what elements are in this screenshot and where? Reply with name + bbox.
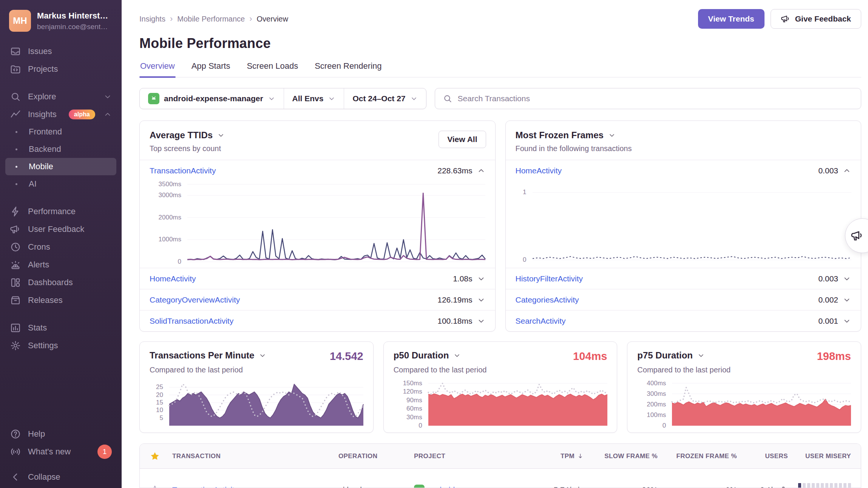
search-icon — [10, 91, 21, 102]
search-icon — [443, 94, 453, 103]
sidebar-item-dashboards[interactable]: Dashboards — [5, 273, 116, 291]
sidebar-item-stats[interactable]: Stats — [5, 319, 116, 337]
sidebar-item-what-s-new[interactable]: What's new1 — [5, 443, 116, 460]
axis-tick-label: 1 — [516, 188, 527, 196]
activity-row[interactable]: HistoryFilterActivity0.003 — [506, 268, 861, 289]
chevron-down-icon[interactable] — [843, 275, 851, 283]
frozen-expanded-row[interactable]: HomeActivity 0.003 — [506, 160, 861, 181]
transaction-link[interactable]: SearchActivity — [516, 317, 566, 326]
tpm-chart: 252015105 — [150, 380, 363, 429]
chevron-up-icon[interactable] — [477, 167, 485, 175]
transaction-link[interactable]: HistoryFilterActivity — [516, 274, 583, 283]
p75-value: 198ms — [817, 350, 851, 363]
project-filter[interactable]: android-expense-manager — [140, 88, 284, 109]
activity-row[interactable]: CategoriesActivity0.002 — [506, 289, 861, 310]
column-header-project[interactable]: PROJECT — [414, 452, 445, 460]
date-range-filter[interactable]: Oct 24–Oct 27 — [344, 88, 426, 109]
chevron-down-icon[interactable] — [217, 131, 225, 139]
sidebar-item-performance[interactable]: Performance — [5, 202, 116, 220]
chevron-down-icon[interactable] — [477, 296, 485, 304]
transaction-link[interactable]: CategoryOverviewActivity — [150, 295, 240, 304]
transaction-link[interactable]: SolidTransactionActivity — [150, 317, 233, 326]
axis-tick-label: 0 — [637, 422, 666, 429]
search-transactions-input[interactable] — [458, 94, 853, 103]
sidebar-item-ai[interactable]: AI — [5, 175, 116, 193]
transaction-link[interactable]: HomeActivity — [150, 274, 196, 283]
user-menu[interactable]: MH Markus Hinterst… benjamin.coe@sent… — [9, 10, 113, 32]
transaction-link[interactable]: HomeActivity — [516, 166, 562, 175]
p50-chart: 150ms120ms90ms60ms30ms0 — [394, 380, 607, 429]
most-frozen-frames-title: Most Frozen Frames — [516, 130, 604, 141]
table-header-row: TRANSACTIONOPERATIONPROJECTTPMSLOW FRAME… — [140, 444, 861, 469]
sidebar-item-user-feedback[interactable]: User Feedback — [5, 220, 116, 238]
chevron-down-icon[interactable] — [608, 131, 616, 139]
ttid-expanded-row[interactable]: TransactionActivity 228.63ms — [140, 160, 495, 181]
slow-frame-value: 20% — [642, 485, 658, 488]
axis-tick-label: 10 — [150, 406, 163, 414]
chevron-down-icon[interactable] — [259, 352, 266, 359]
activity-row[interactable]: SolidTransactionActivity100.18ms — [140, 310, 495, 331]
sidebar-item-alerts[interactable]: Alerts — [5, 256, 116, 273]
tab-overview[interactable]: Overview — [139, 61, 176, 77]
chevron-down-icon[interactable] — [453, 352, 461, 359]
sidebar: MH Markus Hinterst… benjamin.coe@sent… I… — [0, 0, 122, 488]
transaction-link[interactable]: CategoriesActivity — [516, 295, 579, 304]
star-toggle-icon[interactable] — [150, 485, 160, 488]
sidebar-item-explore[interactable]: Explore — [5, 88, 116, 105]
chevron-down-icon[interactable] — [477, 317, 485, 325]
chevron-down-icon[interactable] — [697, 352, 705, 359]
chevron-up-icon[interactable] — [843, 167, 851, 175]
page-title: Mobile Performance — [139, 36, 861, 51]
sidebar-item-issues[interactable]: Issues — [5, 42, 116, 60]
transaction-link[interactable]: TransactionActivity — [172, 485, 238, 488]
sidebar-item-crons[interactable]: Crons — [5, 238, 116, 256]
column-header-frozen-frame-[interactable]: FROZEN FRAME % — [676, 452, 737, 460]
sidebar-item-backend[interactable]: Backend — [5, 141, 116, 158]
activity-row[interactable]: SearchActivity0.001 — [506, 310, 861, 331]
chevron-down-icon[interactable] — [843, 296, 851, 304]
tab-screen-loads[interactable]: Screen Loads — [246, 61, 299, 77]
activity-row[interactable]: HomeActivity1.08s — [140, 268, 495, 289]
chevron-down-icon[interactable] — [477, 275, 485, 283]
average-ttids-subtitle: Top screens by count — [150, 144, 485, 153]
chevron-down-icon — [268, 95, 275, 102]
sidebar-item-insights[interactable]: Insightsalpha — [5, 105, 116, 123]
person-icon — [779, 485, 788, 488]
breadcrumb-insights[interactable]: Insights — [139, 15, 165, 23]
view-all-button[interactable]: View All — [439, 131, 486, 148]
sidebar-item-frontend[interactable]: Frontend — [5, 123, 116, 141]
sidebar-item-releases[interactable]: Releases — [5, 291, 116, 309]
sort-descending-icon[interactable] — [577, 452, 584, 460]
tpm-value: 14.542 — [330, 350, 363, 363]
sidebar-item-mobile[interactable]: Mobile — [5, 158, 116, 175]
help-icon — [10, 428, 21, 440]
p50-title: p50 Duration — [394, 350, 449, 361]
column-header-users[interactable]: USERS — [765, 452, 788, 460]
project-link[interactable]: android-expense-manager — [428, 485, 521, 488]
chevron-down-icon[interactable] — [843, 317, 851, 325]
view-trends-button[interactable]: View Trends — [698, 9, 765, 29]
environment-filter[interactable]: All Envs — [284, 88, 344, 109]
axis-tick-label: 100ms — [637, 411, 666, 419]
give-feedback-button[interactable]: Give Feedback — [771, 9, 861, 29]
tab-app-starts[interactable]: App Starts — [191, 61, 231, 77]
column-header-slow-frame-[interactable]: SLOW FRAME % — [604, 452, 658, 460]
activity-row[interactable]: CategoryOverviewActivity126.19ms — [140, 289, 495, 310]
sidebar-item-projects[interactable]: Projects — [5, 60, 116, 78]
sidebar-item-collapse[interactable]: Collapse — [5, 468, 116, 486]
sidebar-item-help[interactable]: Help — [5, 425, 116, 443]
sidebar-item-label: Settings — [28, 341, 58, 351]
breadcrumb-mobile-performance[interactable]: Mobile Performance — [177, 15, 245, 23]
transaction-link[interactable]: TransactionActivity — [150, 166, 216, 175]
sidebar-item-settings[interactable]: Settings — [5, 337, 116, 354]
column-header-tpm[interactable]: TPM — [561, 452, 575, 460]
column-header-operation[interactable]: OPERATION — [338, 452, 377, 460]
search-transactions-box[interactable] — [435, 88, 861, 109]
column-header-transaction[interactable]: TRANSACTION — [172, 452, 221, 460]
sidebar-item-label: What's new — [28, 447, 71, 457]
tab-screen-rendering[interactable]: Screen Rendering — [314, 61, 382, 77]
broadcast-icon — [10, 446, 21, 457]
column-header-user-misery[interactable]: USER MISERY — [805, 452, 851, 460]
sidebar-nav: IssuesProjectsExploreInsightsalphaFronte… — [5, 42, 116, 354]
user-misery-bar — [798, 483, 851, 488]
